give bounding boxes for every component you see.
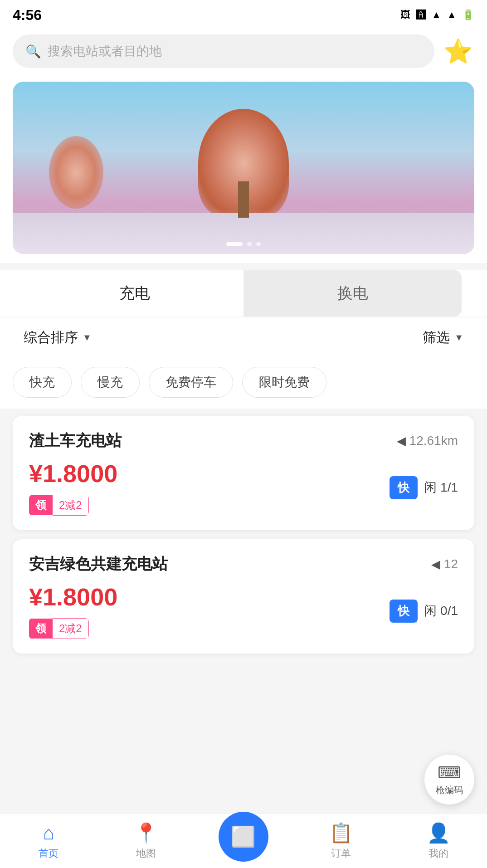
station-1-badges: 快 闲 1/1 bbox=[390, 476, 458, 499]
filter-tags-bar: 快充 慢充 免费停车 限时免费 bbox=[0, 358, 487, 409]
station-1-slot-info: 闲 1/1 bbox=[424, 479, 458, 496]
orders-icon: 📋 bbox=[329, 822, 353, 844]
keyboard-code-fab[interactable]: ⌨ 枪编码 bbox=[424, 755, 474, 805]
search-icon: 🔍 bbox=[25, 44, 41, 59]
signal-icon: ▲ bbox=[447, 9, 457, 21]
banner-dots bbox=[226, 242, 261, 246]
mode-tab-bar: 充电 换电 bbox=[25, 270, 462, 317]
station-1-price: ¥1.8000 bbox=[29, 459, 117, 488]
station-2-price-area: ¥1.8000 领 2减2 bbox=[29, 583, 117, 639]
keyboard-icon: ⌨ bbox=[438, 763, 461, 782]
search-placeholder-text: 搜索电站或者目的地 bbox=[48, 43, 162, 60]
battery-icon: 🔋 bbox=[462, 9, 474, 21]
banner-image[interactable] bbox=[13, 82, 474, 254]
nav-item-scan[interactable]: ⬜ bbox=[195, 812, 292, 868]
nav-arrow-icon-2: ◀ bbox=[431, 557, 440, 571]
station-2-distance: ◀ 12 bbox=[431, 557, 458, 571]
nav-profile-label: 我的 bbox=[429, 847, 448, 860]
filter-dropdown-icon: ▼ bbox=[454, 332, 463, 343]
station-2-name: 安吉绿色共建充电站 bbox=[29, 554, 168, 575]
sort-label: 综合排序 bbox=[24, 328, 78, 347]
banner-dot-2 bbox=[247, 242, 252, 246]
banner-container bbox=[0, 77, 487, 263]
station-2-coupon: 领 2减2 bbox=[29, 618, 89, 639]
sort-dropdown-icon: ▼ bbox=[83, 332, 92, 343]
nav-item-orders[interactable]: 📋 订单 bbox=[292, 822, 390, 860]
banner-dot-1 bbox=[226, 242, 243, 246]
nav-arrow-icon-1: ◀ bbox=[397, 434, 406, 448]
search-container: 🔍 搜索电站或者目的地 ⭐ bbox=[0, 27, 487, 77]
station-2-slot-info: 闲 0/1 bbox=[424, 602, 458, 619]
search-box[interactable]: 🔍 搜索电站或者目的地 bbox=[13, 34, 434, 68]
station-2-price: ¥1.8000 bbox=[29, 583, 117, 611]
map-icon: 📍 bbox=[134, 822, 158, 844]
card-1-body: ¥1.8000 领 2减2 快 闲 1/1 bbox=[29, 459, 458, 516]
snow-ground bbox=[13, 213, 474, 254]
station-card-1[interactable]: 渣土车充电站 ◀ 12.61km ¥1.8000 领 2减2 快 闲 1/1 bbox=[13, 416, 474, 530]
station-1-fast-badge: 快 bbox=[390, 476, 418, 499]
tab-battery-swap[interactable]: 换电 bbox=[244, 270, 462, 317]
station-1-coupon: 领 2减2 bbox=[29, 495, 89, 516]
nav-item-map[interactable]: 📍 地图 bbox=[97, 822, 195, 860]
status-time: 4:56 bbox=[13, 7, 42, 24]
sort-button[interactable]: 综合排序 ▼ bbox=[24, 328, 92, 347]
filter-tag-slow[interactable]: 慢充 bbox=[81, 367, 140, 398]
scan-icon: ⬜ bbox=[231, 825, 256, 848]
coupon-2-lead: 领 bbox=[29, 619, 53, 639]
status-bar: 4:56 🖼 🅰 ▲ ▲ 🔋 bbox=[0, 0, 487, 27]
profile-icon: 👤 bbox=[427, 822, 450, 844]
coupon-2-text: 2减2 bbox=[53, 618, 89, 639]
photo-icon: 🖼 bbox=[400, 9, 410, 21]
tab-charging[interactable]: 充电 bbox=[25, 270, 244, 317]
filter-label: 筛选 bbox=[423, 328, 450, 347]
station-list: 渣土车充电站 ◀ 12.61km ¥1.8000 领 2减2 快 闲 1/1 安… bbox=[0, 409, 487, 661]
filter-tag-fast[interactable]: 快充 bbox=[13, 367, 72, 398]
wifi-icon: ▲ bbox=[431, 9, 441, 21]
keyboard-fab-label: 枪编码 bbox=[436, 784, 463, 796]
nav-home-label: 首页 bbox=[39, 847, 58, 860]
star-icon: ⭐ bbox=[443, 38, 473, 65]
status-icons: 🖼 🅰 ▲ ▲ 🔋 bbox=[400, 9, 474, 21]
scan-center-button[interactable]: ⬜ bbox=[219, 812, 268, 862]
translate-icon: 🅰 bbox=[416, 9, 426, 21]
favorites-button[interactable]: ⭐ bbox=[442, 35, 474, 68]
tree-trunk bbox=[238, 181, 249, 218]
nav-map-label: 地图 bbox=[136, 847, 156, 860]
station-2-badges: 快 闲 0/1 bbox=[390, 600, 458, 623]
card-2-header: 安吉绿色共建充电站 ◀ 12 bbox=[29, 554, 458, 575]
banner-dot-3 bbox=[256, 242, 261, 246]
filter-tag-free-parking[interactable]: 免费停车 bbox=[149, 367, 233, 398]
station-1-name: 渣土车充电站 bbox=[29, 430, 122, 451]
card-1-header: 渣土车充电站 ◀ 12.61km bbox=[29, 430, 458, 451]
coupon-1-lead: 领 bbox=[29, 495, 53, 515]
station-1-price-area: ¥1.8000 领 2减2 bbox=[29, 459, 117, 516]
station-2-fast-badge: 快 bbox=[390, 600, 418, 623]
station-1-distance: ◀ 12.61km bbox=[397, 434, 458, 448]
station-card-2[interactable]: 安吉绿色共建充电站 ◀ 12 ¥1.8000 领 2减2 快 闲 0/1 bbox=[13, 539, 474, 653]
nav-item-profile[interactable]: 👤 我的 bbox=[390, 822, 487, 860]
tree-left bbox=[49, 136, 103, 209]
filter-button[interactable]: 筛选 ▼ bbox=[423, 328, 463, 347]
filter-tag-limited-free[interactable]: 限时免费 bbox=[242, 367, 326, 398]
card-2-body: ¥1.8000 领 2减2 快 闲 0/1 bbox=[29, 583, 458, 639]
sort-filter-bar: 综合排序 ▼ 筛选 ▼ bbox=[0, 317, 487, 358]
bottom-nav: ⌂ 首页 📍 地图 ⬜ 📋 订单 👤 我的 bbox=[0, 814, 487, 868]
nav-orders-label: 订单 bbox=[331, 847, 351, 860]
coupon-1-text: 2减2 bbox=[53, 495, 89, 516]
home-icon: ⌂ bbox=[43, 822, 54, 844]
nav-item-home[interactable]: ⌂ 首页 bbox=[0, 822, 97, 860]
